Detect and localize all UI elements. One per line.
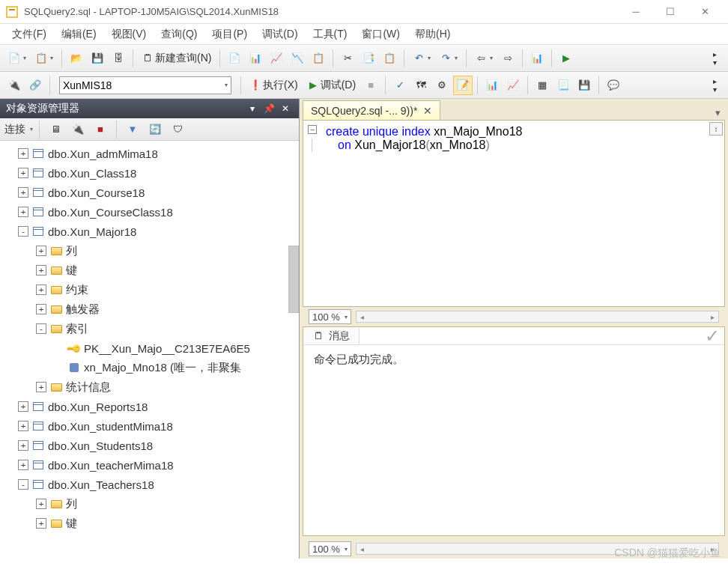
tree-node[interactable]: +键 bbox=[0, 514, 299, 533]
expander-icon[interactable]: + bbox=[36, 499, 46, 509]
cancel-query-button[interactable]: ■ bbox=[361, 76, 380, 95]
refresh-oe-button[interactable]: 🔄 bbox=[145, 120, 165, 139]
expander-icon[interactable]: + bbox=[36, 265, 46, 276]
mdx-query-button[interactable]: 📈 bbox=[267, 49, 286, 68]
menu-debug[interactable]: 调试(D) bbox=[255, 25, 305, 44]
document-tab[interactable]: SQLQuery2.sql -... 9))* ✕ bbox=[303, 100, 440, 120]
dmx-query-button[interactable]: 📉 bbox=[288, 49, 307, 68]
tree-node[interactable]: +dbo.Xun_Course18 bbox=[0, 183, 299, 202]
panel-close-button[interactable]: ✕ bbox=[278, 101, 293, 116]
tree-node[interactable]: -dbo.Xun_Teachers18 bbox=[0, 475, 299, 494]
paste-button[interactable]: 📋 bbox=[380, 49, 399, 68]
database-input[interactable] bbox=[63, 79, 223, 91]
messages-zoom-dropdown[interactable]: 100 %▾ bbox=[309, 541, 351, 556]
expander-icon[interactable]: + bbox=[18, 401, 28, 412]
tab-close-button[interactable]: ✕ bbox=[423, 105, 432, 117]
tree-node[interactable]: +dbo.Xun_admMima18 bbox=[0, 144, 299, 163]
close-button[interactable]: ✕ bbox=[688, 0, 722, 24]
expander-icon[interactable]: + bbox=[18, 207, 28, 217]
disconnect-oe-button[interactable]: 🔌 bbox=[68, 120, 88, 139]
menu-edit[interactable]: 编辑(E) bbox=[54, 25, 104, 44]
open-button[interactable]: 📂 bbox=[67, 49, 86, 68]
expander-icon[interactable]: + bbox=[36, 284, 46, 295]
analysis-query-button[interactable]: 📊 bbox=[246, 49, 265, 68]
horizontal-scrollbar[interactable]: ◂▸ bbox=[356, 311, 719, 323]
xmla-query-button[interactable]: 📋 bbox=[309, 49, 328, 68]
toolbar-overflow-button[interactable]: ▸▾ bbox=[706, 49, 724, 68]
save-all-button[interactable]: 🗄 bbox=[109, 49, 128, 68]
maximize-button[interactable]: ☐ bbox=[653, 0, 688, 24]
expander-icon[interactable]: + bbox=[18, 460, 28, 470]
menu-project[interactable]: 项目(P) bbox=[204, 25, 255, 44]
expander-icon[interactable]: + bbox=[18, 187, 28, 198]
comment-button[interactable]: 💬 bbox=[604, 76, 623, 95]
tree-node[interactable]: 🔑PK__Xun_Majo__C213E7EA6E5 bbox=[0, 338, 299, 358]
tree-node[interactable]: xn_Majo_Mno18 (唯一，非聚集 bbox=[0, 358, 299, 377]
expander-icon[interactable]: + bbox=[18, 168, 28, 178]
tree-node[interactable]: +键 bbox=[0, 261, 299, 280]
activity-monitor-button[interactable]: 📊 bbox=[527, 49, 547, 68]
messages-h-scrollbar[interactable]: ◂▸ bbox=[356, 543, 719, 555]
add-item-button[interactable]: 📋▾ bbox=[31, 49, 57, 68]
save-button[interactable]: 💾 bbox=[88, 49, 107, 68]
expander-icon[interactable]: + bbox=[36, 518, 46, 529]
messages-tab[interactable]: 🗒 消息 bbox=[303, 328, 360, 344]
db-engine-query-button[interactable]: 📄 bbox=[225, 49, 244, 68]
fold-collapse-icon[interactable]: − bbox=[308, 125, 317, 134]
connect-oe-button[interactable]: 🖥 bbox=[46, 120, 65, 139]
change-connection-button[interactable]: 🔗 bbox=[25, 76, 45, 95]
expander-icon[interactable]: + bbox=[18, 148, 28, 159]
tree-node[interactable]: +统计信息 bbox=[0, 377, 299, 397]
menu-view[interactable]: 视图(V) bbox=[104, 25, 154, 44]
parse-button[interactable]: ✓ bbox=[390, 76, 410, 95]
tree-node[interactable]: +列 bbox=[0, 241, 299, 261]
connect-button[interactable]: 🔌 bbox=[4, 76, 24, 95]
tree-node[interactable]: +约束 bbox=[0, 280, 299, 299]
tree-node[interactable]: +dbo.Xun_studentMima18 bbox=[0, 416, 299, 436]
tree-node[interactable]: +dbo.Xun_CourseClass18 bbox=[0, 202, 299, 222]
policy-oe-button[interactable]: 🛡 bbox=[168, 120, 187, 139]
start-debug-button[interactable]: ▶ bbox=[556, 49, 576, 68]
undo-button[interactable]: ↶▾ bbox=[409, 49, 434, 68]
nav-fwd-button[interactable]: ⇨ bbox=[498, 49, 518, 68]
copy-button[interactable]: 📑 bbox=[359, 49, 378, 68]
tree-node[interactable]: -索引 bbox=[0, 319, 299, 338]
execute-button[interactable]: ❗执行(X) bbox=[246, 76, 302, 95]
zoom-dropdown[interactable]: 100 %▾ bbox=[309, 309, 351, 324]
connect-label[interactable]: 连接 bbox=[4, 123, 25, 136]
menu-window[interactable]: 窗口(W) bbox=[354, 25, 407, 44]
expander-icon[interactable]: + bbox=[36, 304, 46, 314]
stop-oe-button[interactable]: ■ bbox=[91, 120, 110, 139]
expander-icon[interactable]: - bbox=[36, 323, 46, 334]
filter-oe-button[interactable]: ▼ bbox=[123, 120, 142, 139]
tree-node[interactable]: -dbo.Xun_Major18 bbox=[0, 222, 299, 241]
tree-node[interactable]: +dbo.Xun_Reports18 bbox=[0, 397, 299, 416]
menu-query[interactable]: 查询(Q) bbox=[154, 25, 204, 44]
panel-pin-button[interactable]: 📌 bbox=[261, 101, 276, 116]
menu-file[interactable]: 文件(F) bbox=[4, 25, 54, 44]
results-file-button[interactable]: 💾 bbox=[574, 76, 594, 95]
include-plan-button[interactable]: 📊 bbox=[482, 76, 502, 95]
expander-icon[interactable]: + bbox=[36, 246, 46, 256]
new-query-button[interactable]: 🗒新建查询(N) bbox=[138, 49, 215, 68]
results-text-button[interactable]: 📃 bbox=[553, 76, 573, 95]
include-stats-button[interactable]: 📈 bbox=[503, 76, 523, 95]
expander-icon[interactable]: + bbox=[18, 421, 28, 431]
database-combobox[interactable]: ▾ bbox=[59, 76, 231, 94]
intellisense-button[interactable]: 📝 bbox=[453, 76, 473, 95]
tree-node[interactable]: +dbo.Xun_Class18 bbox=[0, 163, 299, 183]
panel-dropdown-button[interactable]: ▾ bbox=[245, 101, 260, 116]
display-plan-button[interactable]: 🗺 bbox=[411, 76, 431, 95]
tree-node[interactable]: +dbo.Xun_teacherMima18 bbox=[0, 455, 299, 475]
expander-icon[interactable]: + bbox=[36, 382, 46, 392]
expander-icon[interactable]: - bbox=[18, 226, 28, 237]
debug-button[interactable]: ▶调试(D) bbox=[303, 76, 360, 95]
new-project-button[interactable]: 📄▾ bbox=[4, 49, 30, 68]
expander-icon[interactable]: + bbox=[18, 440, 28, 451]
toolbar2-overflow-button[interactable]: ▸▾ bbox=[706, 76, 724, 95]
sql-editor[interactable]: − create unique index xn_Majo_Mno18 on X… bbox=[303, 120, 725, 307]
cut-button[interactable]: ✂ bbox=[338, 49, 357, 68]
menu-help[interactable]: 帮助(H) bbox=[407, 25, 458, 44]
menu-tools[interactable]: 工具(T) bbox=[306, 25, 355, 44]
tree-node[interactable]: +触发器 bbox=[0, 299, 299, 319]
